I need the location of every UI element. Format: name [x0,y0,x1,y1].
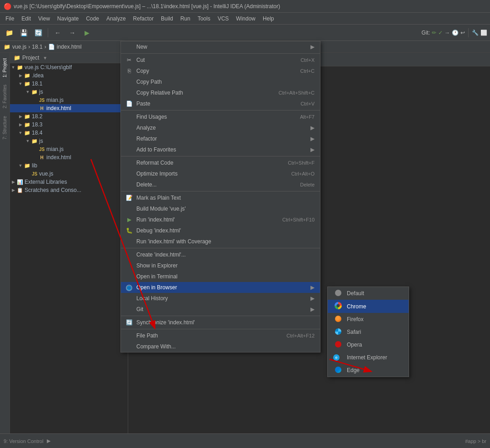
cm-item-delete[interactable]: Delete... Delete [121,179,320,190]
cm-item-debug[interactable]: 🐛 Debug 'index.html' [121,225,320,236]
menu-window[interactable]: Window [232,14,259,23]
cm-item-run-coverage[interactable]: Run 'index.html' with Coverage [121,236,320,247]
git-pencil-icon[interactable]: ✏ [432,30,436,36]
menu-file[interactable]: File [2,14,18,23]
tree-item-mian-js-4[interactable]: JS mian.js [10,145,128,153]
tree-item-lib[interactable]: ▼ 📁 lib [10,161,128,170]
cm-item-synchronize[interactable]: 🔄 Synchronize 'index.html' [121,317,320,328]
tree-item-js-1[interactable]: ▼ 📁 js [10,88,128,96]
tree-item-vue-root[interactable]: ▼ 📁 vue.js C:\Users\gblf [10,63,128,71]
browser-item-chrome[interactable]: Chrome [328,300,409,313]
status-bar-arrow: ▶ [47,438,50,444]
version-control-tab[interactable]: 9: Version Control [4,438,43,444]
menu-tools[interactable]: Tools [194,14,214,23]
menu-refactor[interactable]: Refactor [130,14,157,23]
git-section: Git: ✏ ✓ → 🕐 ↩ 🔧 ⬜ [421,28,487,37]
run-btn[interactable]: ▶ [80,26,93,39]
cm-item-refactor[interactable]: Refactor ▶ [121,133,320,144]
tree-item-scratches[interactable]: ▶ 📋 Scratches and Conso... [10,186,128,194]
cm-icon-paste: 📄 [125,101,134,107]
browser-label-safari: Safari [347,329,361,335]
menu-view[interactable]: View [35,14,54,23]
tree-item-18-3[interactable]: ▶ 📁 18.3 [10,121,128,129]
tree-label-lib: lib [32,162,128,169]
tree-item-18-1[interactable]: ▼ 📁 18.1 [10,80,128,88]
cm-item-reformat-code[interactable]: Reformat Code Ctrl+Shift+F [121,157,320,168]
cm-item-paste[interactable]: 📄 Paste Ctrl+V [121,98,320,109]
cm-item-open-terminal[interactable]: Open in Terminal [121,271,320,282]
cm-arrow-new: ▶ [310,44,315,50]
browser-item-default[interactable]: Default [328,287,409,300]
cm-item-copy-path[interactable]: Copy Path [121,76,320,87]
cm-item-compare-with[interactable]: Compare With... [121,341,320,352]
cm-item-add-favorites[interactable]: Add to Favorites ▶ [121,144,320,155]
browser-icon-safari [333,328,343,336]
cm-item-run[interactable]: ▶ Run 'index.html' Ctrl+Shift+F10 [121,214,320,225]
cm-item-new[interactable]: New ▶ [121,41,320,52]
breadcrumb-indexhtml[interactable]: index.html [57,44,82,50]
tree-item-index-html-1[interactable]: H index.html [10,104,128,112]
cm-item-find-usages[interactable]: Find Usages Alt+F7 [121,111,320,122]
browser-item-firefox[interactable]: Firefox [328,313,409,326]
cm-item-cut[interactable]: ✂ Cut Ctrl+X [121,55,320,65]
cm-item-git[interactable]: Git ▶ [121,304,320,315]
back-btn[interactable]: ← [51,26,64,39]
cm-item-copy-relative-path[interactable]: Copy Relative Path Ctrl+Alt+Shift+C [121,87,320,98]
menu-analyze[interactable]: Analyze [103,14,130,23]
cm-item-mark-plain-text[interactable]: 📝 Mark as Plain Text [121,192,320,203]
menu-build[interactable]: Build [157,14,177,23]
cm-item-create[interactable]: Create 'index.html'... [121,249,320,260]
cm-label-run: Run 'index.html' [136,216,273,223]
cm-sep-7 [121,329,320,329]
cm-item-show-explorer[interactable]: Show in Explorer [121,260,320,271]
git-check-icon[interactable]: ✓ [438,30,443,36]
sidebar-tab-project[interactable]: 1: Project [0,55,9,81]
browser-icon-opera [333,341,343,349]
git-undo-icon[interactable]: ↩ [460,30,465,36]
git-push-icon[interactable]: → [445,30,450,36]
git-history-icon[interactable]: 🕐 [452,30,459,36]
tree-icon-js-4: 📁 [31,138,38,144]
browser-item-safari[interactable]: Safari [328,326,409,338]
cm-item-local-history[interactable]: Local History ▶ [121,293,320,304]
tree-item-18-2[interactable]: ▶ 📁 18.2 [10,112,128,121]
project-dropdown-icon[interactable]: ▼ [43,55,47,60]
refresh-btn[interactable]: 🔄 [32,26,45,39]
tree-item-vue-js[interactable]: JS vue.js [10,170,128,178]
cm-item-file-path[interactable]: File Path Ctrl+Alt+F12 [121,330,320,341]
open-folder-btn[interactable]: 📁 [3,26,15,39]
tree-label-js-1: js [39,89,128,95]
tree-item-18-4[interactable]: ▼ 📁 18.4 [10,129,128,137]
forward-btn[interactable]: → [66,26,79,39]
menu-code[interactable]: Code [82,14,103,23]
cm-label-open-terminal: Open in Terminal [136,273,315,280]
git-settings-icon[interactable]: 🔧 [472,30,479,36]
git-external-icon[interactable]: ⬜ [480,30,487,36]
sidebar-tab-favorites[interactable]: 2: Favorites [0,81,9,112]
sidebar-tab-structure[interactable]: 7: Structure [0,112,9,143]
cm-icon-open-browser: 🌐 [125,284,134,291]
tree-item-ext-libs[interactable]: ▶ 📊 External Libraries [10,178,128,186]
cm-item-build-module[interactable]: Build Module 'vue.js' [121,203,320,214]
menu-edit[interactable]: Edit [18,14,35,23]
tree-item-mian-js-1[interactable]: JS mian.js [10,96,128,104]
browser-item-edge[interactable]: Edge [328,364,409,377]
browser-item-ie[interactable]: e Internet Explorer [328,351,409,364]
breadcrumb-181[interactable]: 18.1 [32,44,42,50]
cm-item-open-browser[interactable]: 🌐 Open in Browser ▶ [121,282,320,293]
tree-item-index-html-4[interactable]: H index.html [10,153,128,161]
save-btn[interactable]: 💾 [17,26,30,39]
menu-run[interactable]: Run [177,14,194,23]
menu-navigate[interactable]: Navigate [54,14,82,23]
tree-item-js-4[interactable]: ▼ 📁 js [10,137,128,145]
tree-item-idea[interactable]: ▶ 📁 .idea [10,71,128,80]
menu-help[interactable]: Help [259,14,278,23]
tree-icon-18-4: 📁 [24,130,31,136]
cm-item-optimize-imports[interactable]: Optimize Imports Ctrl+Alt+O [121,168,320,179]
cm-item-copy[interactable]: ⎘ Copy Ctrl+C [121,65,320,76]
tree-icon-index-html-4: H [38,155,45,160]
menu-vcs[interactable]: VCS [214,14,233,23]
breadcrumb-vuejs[interactable]: vue.js [12,44,26,50]
cm-item-analyze[interactable]: Analyze ▶ [121,122,320,133]
browser-item-opera[interactable]: Opera [328,338,409,351]
